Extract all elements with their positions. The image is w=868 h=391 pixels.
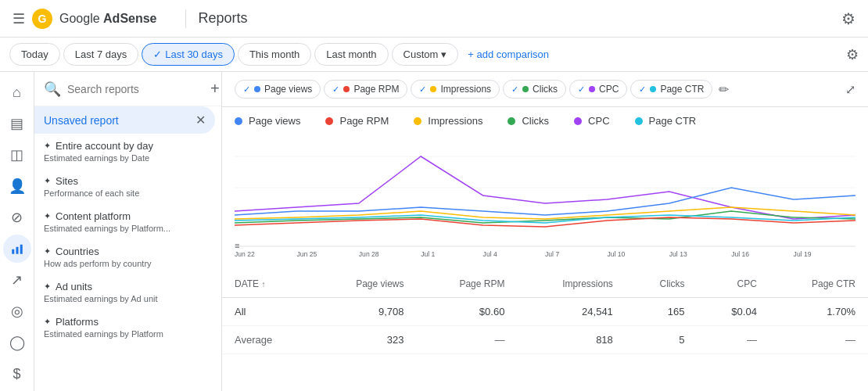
col-page-views[interactable]: Page views xyxy=(312,271,417,298)
main-layout: ⌂ ▤ ◫ 👤 ⊘ ↗ ◎ ◯ $ 🔍 + Unsaved report ✕ ✦… xyxy=(0,72,868,391)
sidebar-item-sites[interactable]: ✦ Sites Performance of each site ⋮ xyxy=(34,169,221,204)
nav-payments-icon[interactable]: $ xyxy=(3,360,31,388)
chart-filters: ✓ Page views ✓ Page RPM ✓ Impressions ✓ … xyxy=(222,72,868,107)
pill-page-ctr[interactable]: ✓ Page CTR xyxy=(630,80,712,99)
search-icon: 🔍 xyxy=(44,81,61,98)
check-icon: ✓ xyxy=(578,84,585,95)
pill-impressions[interactable]: ✓ Impressions xyxy=(411,80,500,99)
cpc-dot xyxy=(589,86,595,92)
table-row: All 9,708 $0.60 24,541 165 $0.04 1.70% xyxy=(222,298,868,326)
col-clicks-label: Clicks xyxy=(659,278,684,289)
nav-ads-icon[interactable]: ◫ xyxy=(3,141,31,169)
sidebar-item-2-name: Content platform xyxy=(56,210,131,222)
col-page-rpm[interactable]: Page RPM xyxy=(417,271,518,298)
sidebar-item-5-desc: Estimated earnings by Platform xyxy=(44,329,163,339)
svg-text:Jun 22: Jun 22 xyxy=(235,250,255,258)
nav-optimization-icon[interactable]: ◎ xyxy=(3,297,31,325)
sidebar-item-1-desc: Performance of each site xyxy=(44,188,139,198)
chart-svg: Jun 22 Jun 25 Jun 28 Jul 1 Jul 4 Jul 7 J… xyxy=(235,133,855,258)
expand-icon[interactable]: ⤢ xyxy=(845,82,855,97)
settings-icon[interactable]: ⚙ xyxy=(841,9,855,28)
cell-cpc-0: $0.04 xyxy=(697,298,769,326)
nav-account-icon[interactable]: ◯ xyxy=(3,328,31,357)
legend-page-views-label: Page views xyxy=(249,115,300,127)
sidebar-item-entire-account[interactable]: ✦ Entire account by day Estimated earnin… xyxy=(34,134,221,169)
filter-today[interactable]: Today xyxy=(9,43,60,66)
check-icon: ✓ xyxy=(419,84,426,95)
page-ctr-dot xyxy=(650,86,656,92)
filter-lastmonth[interactable]: Last month xyxy=(314,43,388,66)
col-impressions[interactable]: Impressions xyxy=(517,271,625,298)
sidebar-item-0-name: Entire account by day xyxy=(56,140,153,152)
nav-block-icon[interactable]: ⊘ xyxy=(3,203,31,231)
sidebar-item-0-desc: Estimated earnings by Date xyxy=(44,153,153,163)
add-report-icon[interactable]: + xyxy=(210,80,220,98)
sidebar-search: 🔍 + xyxy=(34,72,221,106)
legend-page-ctr: Page CTR xyxy=(635,115,697,127)
legend-impressions: Impressions xyxy=(414,115,482,127)
pill-page-views[interactable]: ✓ Page views xyxy=(235,80,321,99)
sidebar-item-platforms[interactable]: ✦ Platforms Estimated earnings by Platfo… xyxy=(34,310,221,345)
svg-text:Jul 16: Jul 16 xyxy=(731,250,749,258)
sidebar-item-countries[interactable]: ✦ Countries How ads perform by country ⋮ xyxy=(34,239,221,274)
nav-reports-icon[interactable] xyxy=(3,235,31,263)
filter-last30-label: Last 30 days xyxy=(165,48,223,60)
sidebar-item-content-platform[interactable]: ✦ Content platform Estimated earnings by… xyxy=(34,204,221,239)
adsense-logo: G xyxy=(31,8,53,30)
close-icon[interactable]: ✕ xyxy=(195,113,206,127)
gear-icon[interactable]: ⚙ xyxy=(846,46,859,63)
legend-page-views-dot xyxy=(235,117,242,125)
cell-cpc-1: — xyxy=(697,326,769,354)
sidebar-item-ad-units[interactable]: ✦ Ad units Estimated earnings by Ad unit… xyxy=(34,274,221,310)
pill-impressions-label: Impressions xyxy=(440,84,491,95)
table-header-row: DATE ↑ Page views Page RPM Impressions C… xyxy=(222,271,868,298)
legend-clicks: Clicks xyxy=(508,115,549,127)
logo-divider xyxy=(185,9,186,28)
col-clicks[interactable]: Clicks xyxy=(626,271,698,298)
svg-rect-3 xyxy=(16,247,18,254)
pill-cpc[interactable]: ✓ CPC xyxy=(569,80,627,99)
col-cpc[interactable]: CPC xyxy=(697,271,769,298)
active-report-item[interactable]: Unsaved report ✕ xyxy=(34,106,215,134)
svg-text:Jul 19: Jul 19 xyxy=(794,250,812,258)
nav-home-icon[interactable]: ⌂ xyxy=(3,78,31,106)
filter-last7[interactable]: Last 7 days xyxy=(63,43,139,66)
cell-pagerpm-1: — xyxy=(417,326,518,354)
sparkle-icon: ✦ xyxy=(44,211,51,221)
page-views-dot xyxy=(254,86,260,92)
filter-custom[interactable]: Custom ▾ xyxy=(392,43,459,66)
chevron-down-icon: ▾ xyxy=(441,48,447,60)
chart-legend: Page views Page RPM Impressions Clicks C… xyxy=(222,107,868,130)
svg-rect-4 xyxy=(20,245,22,254)
legend-impressions-label: Impressions xyxy=(428,115,482,127)
hamburger-icon[interactable]: ☰ xyxy=(13,10,25,27)
col-date-label: DATE xyxy=(235,278,259,289)
pill-clicks-label: Clicks xyxy=(533,84,558,95)
col-page-ctr[interactable]: Page CTR xyxy=(769,271,868,298)
nav-users-icon[interactable]: 👤 xyxy=(3,172,31,200)
filter-last30[interactable]: ✓ Last 30 days xyxy=(142,43,235,66)
cell-pagectr-0: 1.70% xyxy=(769,298,868,326)
filterbar: Today Last 7 days ✓ Last 30 days This mo… xyxy=(0,38,868,72)
chart-area: Jun 22 Jun 25 Jun 28 Jul 1 Jul 4 Jul 7 J… xyxy=(222,130,868,271)
content-area: ✓ Page views ✓ Page RPM ✓ Impressions ✓ … xyxy=(222,72,868,391)
edit-icon[interactable]: ✏ xyxy=(719,82,729,97)
legend-cpc-label: CPC xyxy=(588,115,609,127)
nav-insights-icon[interactable]: ↗ xyxy=(3,266,31,294)
sidebar-item-4-name: Ad units xyxy=(56,281,92,292)
nav-content-icon[interactable]: ▤ xyxy=(3,109,31,138)
pill-page-views-label: Page views xyxy=(264,84,312,95)
svg-text:≡: ≡ xyxy=(235,241,239,250)
cell-date-0: All xyxy=(222,298,312,326)
pill-clicks[interactable]: ✓ Clicks xyxy=(503,80,566,99)
col-date[interactable]: DATE ↑ xyxy=(222,271,312,298)
pill-page-rpm[interactable]: ✓ Page RPM xyxy=(324,80,407,99)
legend-impressions-dot xyxy=(414,117,421,125)
filter-thismonth[interactable]: This month xyxy=(238,43,311,66)
topbar-logo: ☰ G Google AdSense xyxy=(13,8,157,30)
col-page-ctr-label: Page CTR xyxy=(812,278,855,289)
sparkle-icon: ✦ xyxy=(44,282,51,292)
search-input[interactable] xyxy=(67,83,204,95)
add-comparison-btn[interactable]: + add comparison xyxy=(468,48,549,60)
legend-page-rpm-label: Page RPM xyxy=(339,115,389,127)
